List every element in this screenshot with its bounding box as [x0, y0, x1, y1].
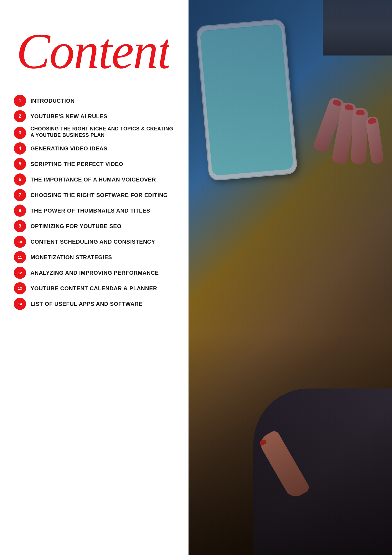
toc-item-6: 6THE IMPORTANCE OF A HUMAN VOICEOVER [14, 173, 175, 186]
item-number-11: 11 [14, 251, 26, 263]
finger-4 [365, 116, 384, 165]
item-number-5: 5 [14, 158, 26, 170]
item-number-6: 6 [14, 173, 26, 186]
item-number-4: 4 [14, 142, 26, 155]
item-label-9: OPTIMIZING FOR YOUTUBE SEO [30, 223, 121, 230]
item-number-2: 2 [14, 110, 26, 122]
background-photo [189, 0, 392, 555]
item-number-3: 3 [14, 127, 26, 139]
sleeve [253, 389, 392, 555]
toc-item-14: 14LIST OF USEFUL APPS AND SOFTWARE [14, 298, 175, 310]
toc-list: 1INTRODUCTION2YOUTUBE'S NEW AI RULES3CHO… [14, 95, 175, 310]
item-number-7: 7 [14, 189, 26, 201]
finger-3 [351, 108, 368, 164]
item-number-1: 1 [14, 95, 26, 107]
right-panel [189, 0, 392, 555]
toc-item-1: 1INTRODUCTION [14, 95, 175, 107]
item-number-14: 14 [14, 298, 26, 310]
item-label-11: MONETIZATION STRATEGIES [30, 254, 112, 261]
item-label-8: THE POWER OF THUMBNAILS AND TITLES [30, 207, 150, 214]
toc-item-12: 12ANALYZING AND IMPROVING PERFORMANCE [14, 267, 175, 279]
left-panel: Content 1INTRODUCTION2YOUTUBE'S NEW AI R… [0, 0, 189, 555]
item-number-8: 8 [14, 205, 26, 217]
item-number-13: 13 [14, 282, 26, 294]
svg-text:Content: Content [16, 23, 169, 78]
item-label-14: LIST OF USEFUL APPS AND SOFTWARE [30, 300, 142, 307]
item-number-9: 9 [14, 220, 26, 232]
toc-item-5: 5SCRIPTING THE PERFECT VIDEO [14, 158, 175, 170]
item-label-6: THE IMPORTANCE OF A HUMAN VOICEOVER [30, 176, 156, 183]
toc-item-13: 13YOUTUBE CONTENT CALENDAR & PLANNER [14, 282, 175, 294]
toc-item-7: 7CHOOSING THE RIGHT SOFTWARE FOR EDITING [14, 189, 175, 201]
toc-item-10: 10CONTENT SCHEDULING AND CONSISTENCY [14, 236, 175, 248]
item-label-7: CHOOSING THE RIGHT SOFTWARE FOR EDITING [30, 191, 168, 199]
item-number-12: 12 [14, 267, 26, 279]
toc-item-8: 8THE POWER OF THUMBNAILS AND TITLES [14, 205, 175, 217]
phone [196, 19, 298, 181]
item-label-5: SCRIPTING THE PERFECT VIDEO [30, 160, 123, 168]
item-label-10: CONTENT SCHEDULING AND CONSISTENCY [30, 238, 155, 245]
item-label-1: INTRODUCTION [30, 97, 75, 104]
item-label-13: YOUTUBE CONTENT CALENDAR & PLANNER [30, 285, 157, 292]
item-label-12: ANALYZING AND IMPROVING PERFORMANCE [30, 269, 159, 276]
item-number-10: 10 [14, 236, 26, 248]
toc-item-3: 3CHOOSING THE RIGHT NICHE AND TOPICS & C… [14, 126, 175, 139]
toc-item-4: 4GENERATING VIDEO IDEAS [14, 142, 175, 155]
toc-item-11: 11MONETIZATION STRATEGIES [14, 251, 175, 263]
item-label-3: CHOOSING THE RIGHT NICHE AND TOPICS & CR… [30, 126, 175, 139]
item-label-2: YOUTUBE'S NEW AI RULES [30, 113, 107, 120]
desk-area [323, 0, 392, 56]
phone-screen [200, 24, 294, 176]
page-title: Content [14, 17, 175, 84]
toc-item-9: 9OPTIMIZING FOR YOUTUBE SEO [14, 220, 175, 232]
toc-item-2: 2YOUTUBE'S NEW AI RULES [14, 110, 175, 122]
item-label-4: GENERATING VIDEO IDEAS [30, 145, 107, 152]
